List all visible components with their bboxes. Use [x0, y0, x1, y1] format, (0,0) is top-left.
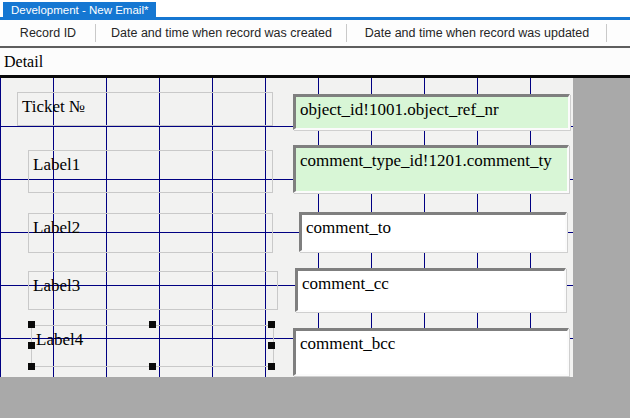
designer-field-object-ref-nr[interactable]: object_id!1001.object_ref_nr [293, 94, 570, 130]
designer-label-4-selected[interactable]: Label4 [31, 325, 274, 367]
selection-handle-middle-right[interactable] [268, 342, 275, 349]
designer-field-comment-type[interactable]: comment_type_id!1201.comment_ty [293, 145, 569, 193]
detail-band-label: Detail [0, 49, 630, 75]
selection-handle-top-right[interactable] [268, 321, 275, 328]
grid-vline [0, 78, 1, 377]
column-header-created[interactable]: Date and time when record was created [96, 20, 347, 46]
selection-handle-bottom-left[interactable] [28, 363, 35, 370]
selection-handle-bottom-middle[interactable] [149, 363, 156, 370]
column-header-record-id[interactable]: Record ID [0, 20, 96, 46]
design-canvas[interactable]: Ticket № Label1 Label2 Label3 Label4 obj… [0, 78, 573, 377]
selection-handle-top-left[interactable] [28, 321, 35, 328]
selection-handle-middle-left[interactable] [28, 342, 35, 349]
designer-field-comment-to[interactable]: comment_to [299, 212, 567, 252]
column-header-updated[interactable]: Date and time when record was updated [347, 20, 607, 46]
detail-band-header[interactable]: Detail [0, 49, 630, 75]
designer-label-1[interactable]: Label1 [28, 150, 273, 193]
column-header-row: Record ID Date and time when record was … [0, 20, 630, 46]
tab-bar: Development - New Email* [0, 0, 630, 20]
designer-label-ticket-nr[interactable]: Ticket № [17, 92, 273, 126]
selection-handle-top-middle[interactable] [149, 321, 156, 328]
tab-development-new-email[interactable]: Development - New Email* [3, 2, 156, 17]
designer-field-comment-bcc[interactable]: comment_bcc [293, 328, 569, 376]
designer-field-comment-cc[interactable]: comment_cc [295, 268, 566, 312]
selection-handle-bottom-right[interactable] [268, 363, 275, 370]
form-designer-window: Development - New Email* Record ID Date … [0, 0, 630, 418]
designer-label-2[interactable]: Label2 [28, 213, 273, 253]
designer-label-3[interactable]: Label3 [28, 271, 278, 310]
